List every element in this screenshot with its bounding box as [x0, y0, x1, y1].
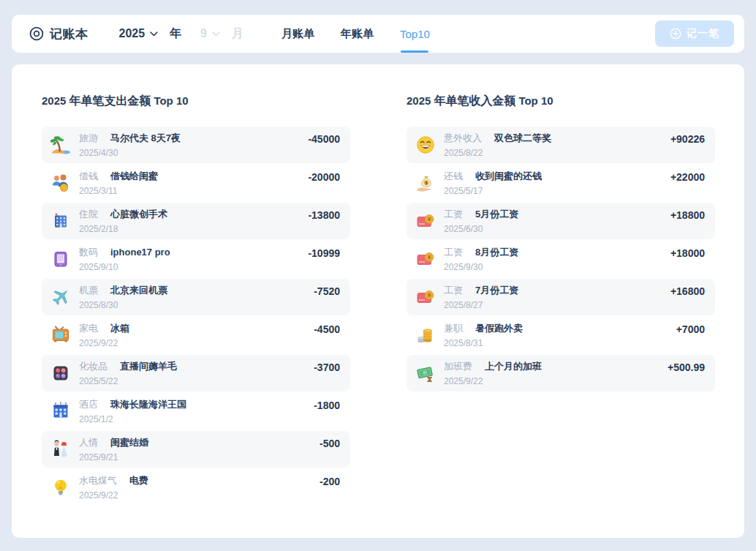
- record-amount: +16800: [670, 285, 705, 297]
- add-record-button[interactable]: 记一笔: [655, 20, 734, 47]
- year-unit-label: 年: [170, 26, 181, 42]
- list-item[interactable]: 借钱 借钱给闺蜜 2025/3/11 -20000: [42, 165, 350, 201]
- record-description: 心脏微创手术: [110, 208, 167, 221]
- list-item[interactable]: 人情 闺蜜结婚 2025/9/21 -500: [42, 431, 350, 468]
- category-label: 工资: [444, 208, 463, 221]
- coins-stack-icon: [415, 325, 436, 345]
- income-column: 2025年单笔收入金额Top 10 意外收入 双色球二等奖 2025/8/22 …: [407, 94, 715, 507]
- record-description: 直播间薅羊毛: [120, 360, 177, 373]
- list-item[interactable]: 酒店 珠海长隆海洋王国 2025/1/2 -1800: [42, 393, 350, 430]
- record-description: iphone17 pro: [110, 247, 170, 258]
- tab-top10[interactable]: Top10: [400, 15, 430, 53]
- hospital-icon: [50, 211, 71, 231]
- list-item[interactable]: 工资 5月份工资 2025/6/30 +18800: [407, 203, 715, 239]
- television-icon: [50, 325, 71, 345]
- list-item[interactable]: 兼职 暑假跑外卖 2025/8/31 +7000: [407, 317, 715, 353]
- record-date: 2025/9/22: [79, 338, 314, 348]
- category-label: 酒店: [79, 398, 98, 411]
- category-label: 意外收入: [444, 132, 482, 145]
- income-list: 意外收入 双色球二等奖 2025/8/22 +90226 还钱 收到闺蜜的还钱: [407, 127, 715, 391]
- record-date: 2025/4/30: [79, 148, 308, 158]
- record-description: 暑假跑外卖: [475, 322, 523, 335]
- list-item[interactable]: 数码 iphone17 pro 2025/9/10 -10999: [42, 241, 350, 277]
- lend-money-icon: [50, 173, 71, 193]
- list-item[interactable]: 家电 冰箱 2025/9/22 -4500: [42, 317, 350, 353]
- wedding-couple-icon: [50, 439, 71, 460]
- record-description: 珠海长隆海洋王国: [110, 398, 186, 411]
- record-amount: -13800: [308, 209, 340, 221]
- list-item[interactable]: 意外收入 双色球二等奖 2025/8/22 +90226: [407, 127, 715, 163]
- chevron-down-icon: [150, 31, 158, 37]
- year-value: 2025: [119, 27, 145, 40]
- tab-yearly-bill[interactable]: 年账单: [341, 15, 374, 53]
- list-item[interactable]: 机票 北京来回机票 2025/8/30 -7520: [42, 279, 350, 315]
- list-item[interactable]: 工资 8月份工资 2025/9/30 +18000: [407, 241, 715, 277]
- expense-title: 2025年单笔支出金额Top 10: [42, 94, 350, 109]
- category-label: 住院: [79, 208, 98, 221]
- app-title: 记账本: [50, 26, 88, 42]
- record-book-logo-icon: [29, 26, 44, 41]
- record-amount: +500.99: [668, 361, 705, 373]
- record-date: 2025/9/30: [444, 262, 670, 272]
- list-item[interactable]: 工资 7月份工资 2025/8/27 +16800: [407, 279, 715, 315]
- income-title: 2025年单笔收入金额Top 10: [407, 94, 715, 109]
- list-item[interactable]: 水电煤气 电费 2025/9/22 -200: [42, 469, 350, 506]
- record-amount: -7520: [314, 285, 340, 297]
- record-amount: -500: [320, 438, 340, 449]
- category-label: 工资: [444, 284, 463, 297]
- record-amount: +18800: [670, 209, 705, 221]
- record-description: 双色球二等奖: [494, 132, 551, 145]
- year-select[interactable]: 2025 年: [119, 26, 182, 42]
- record-description: 7月份工资: [475, 284, 518, 297]
- list-item[interactable]: 加班费 上个月的加班 2025/9/22 +500.99: [407, 355, 715, 391]
- category-label: 工资: [444, 246, 463, 259]
- category-label: 人情: [79, 436, 98, 449]
- app-logo: 记账本: [29, 26, 88, 42]
- airplane-icon: [50, 287, 71, 307]
- money-bag-hand-icon: [415, 173, 436, 193]
- record-date: 2025/5/17: [444, 186, 670, 196]
- record-date: 2025/5/22: [79, 376, 314, 386]
- record-amount: -10999: [308, 247, 340, 259]
- record-description: 5月份工资: [475, 208, 518, 221]
- travel-island-icon: [50, 135, 71, 155]
- list-item[interactable]: 旅游 马尔代夫 8天7夜 2025/4/30 -45000: [42, 127, 350, 163]
- record-date: 2025/8/31: [444, 338, 676, 348]
- salary-card-icon: [415, 211, 436, 231]
- record-amount: +90226: [670, 133, 705, 145]
- record-description: 马尔代夫 8天7夜: [110, 132, 181, 145]
- tab-monthly-bill[interactable]: 月账单: [281, 15, 314, 53]
- record-date: 2025/9/22: [444, 376, 668, 386]
- list-item[interactable]: 住院 心脏微创手术 2025/2/18 -13800: [42, 203, 350, 239]
- category-label: 化妆品: [79, 360, 107, 373]
- record-amount: -45000: [308, 133, 340, 145]
- record-date: 2025/1/2: [79, 414, 314, 424]
- record-amount: -20000: [308, 171, 340, 183]
- category-label: 水电煤气: [79, 474, 117, 487]
- category-label: 旅游: [79, 132, 98, 145]
- category-label: 数码: [79, 246, 98, 259]
- record-description: 8月份工资: [475, 246, 518, 259]
- record-description: 闺蜜结婚: [110, 436, 148, 449]
- category-label: 加班费: [444, 360, 472, 373]
- record-description: 收到闺蜜的还钱: [475, 170, 542, 183]
- header-bar: 记账本 2025 年 9 月 月账单 年账单 Top10 记一笔: [12, 15, 744, 53]
- salary-card-icon: [415, 287, 436, 307]
- record-description: 电费: [129, 474, 148, 487]
- list-item[interactable]: 还钱 收到闺蜜的还钱 2025/5/17 +22000: [407, 165, 715, 201]
- record-amount: +7000: [676, 323, 705, 335]
- laughing-face-icon: [415, 135, 436, 155]
- top10-panel: 2025年单笔支出金额Top 10 旅游 马尔代夫 8天7夜 2025/4/30…: [12, 64, 744, 538]
- record-description: 冰箱: [110, 322, 129, 335]
- month-select[interactable]: 9 月: [200, 26, 243, 42]
- month-value: 9: [200, 27, 207, 40]
- record-date: 2025/6/30: [444, 224, 670, 234]
- month-unit-label: 月: [232, 26, 243, 42]
- record-date: 2025/9/22: [79, 490, 320, 501]
- record-date: 2025/2/18: [79, 224, 308, 234]
- chevron-down-icon: [212, 31, 220, 37]
- list-item[interactable]: 化妆品 直播间薅羊毛 2025/5/22 -3700: [42, 355, 350, 391]
- category-label: 兼职: [444, 322, 463, 335]
- record-description: 上个月的加班: [485, 360, 542, 373]
- record-amount: -1800: [314, 400, 340, 411]
